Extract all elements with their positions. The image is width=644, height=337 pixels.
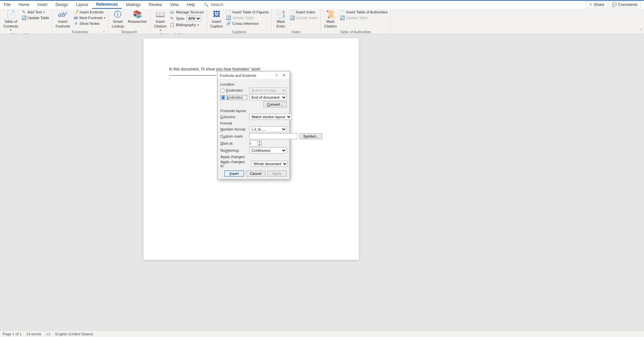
custom-mark-input[interactable]: [249, 133, 298, 139]
insert-caption-label: Insert Caption: [210, 19, 223, 28]
status-language[interactable]: English (United States): [55, 332, 93, 336]
comments-button[interactable]: 💬 Comments: [609, 1, 641, 8]
search-box[interactable]: 🔍 Search: [204, 2, 223, 7]
update-toc-button[interactable]: 🔄Update Table: [21, 15, 50, 20]
insert-toa-button[interactable]: 📄Insert Table of Authorities: [339, 9, 388, 15]
tab-layout[interactable]: Layout: [72, 1, 92, 9]
footnotes-launcher[interactable]: ⤢: [103, 30, 105, 33]
convert-button[interactable]: Convert...: [263, 101, 287, 107]
tab-file[interactable]: File: [0, 1, 14, 9]
columns-label: Columns:: [220, 115, 247, 119]
columns-select[interactable]: Match section layout: [249, 114, 292, 120]
spin-down[interactable]: ▼: [258, 143, 261, 146]
citation-style-select[interactable]: APA: [186, 15, 201, 21]
share-button[interactable]: ⇪ Share: [586, 1, 607, 8]
text-segment: In this document, I'll show you how foot…: [169, 67, 249, 71]
tab-help[interactable]: Help: [183, 1, 199, 9]
show-notes-icon: ≡: [73, 21, 78, 26]
group-label-footnotes: Footnotes⤢: [54, 29, 106, 35]
manage-sources-icon: 🗂: [170, 10, 174, 14]
insert-button[interactable]: Insert: [224, 171, 244, 177]
status-page[interactable]: Page 1 of 1: [3, 332, 21, 336]
insert-caption-button[interactable]: 🖼 Insert Caption: [209, 9, 224, 29]
insert-tof-label: Insert Table of Figures: [232, 10, 269, 14]
researcher-label: Researcher: [128, 19, 147, 24]
collapse-ribbon-button[interactable]: ˄: [640, 29, 642, 33]
footnotes-radio[interactable]: Footnotes:: [220, 88, 247, 93]
endnotes-radio[interactable]: Endnotes:: [220, 95, 247, 100]
citation-style-row: ✎ Style: APA: [169, 15, 204, 22]
insert-endnote-button[interactable]: 📝Insert Endnote: [73, 9, 106, 15]
tab-insert[interactable]: Insert: [33, 1, 51, 9]
apply-changes-to-select[interactable]: Whole document: [251, 161, 288, 167]
endnotes-radio-input[interactable]: [221, 95, 225, 100]
next-footnote-label: Next Footnote: [79, 16, 103, 20]
update-icon: 🔄: [340, 15, 345, 20]
mark-entry-button[interactable]: 📑 Mark Entry: [274, 9, 288, 29]
mark-entry-label: Mark Entry: [276, 19, 285, 28]
start-at-input[interactable]: [249, 140, 258, 146]
show-notes-button[interactable]: ≡Show Notes: [73, 21, 106, 26]
insert-endnote-label: Insert Endnote: [79, 10, 104, 14]
dialog-help-button[interactable]: ?: [273, 74, 280, 78]
update-icon: 🔄: [290, 15, 294, 20]
status-words[interactable]: 14 words: [26, 332, 41, 336]
footnotes-location-select: Bottom of page: [249, 87, 287, 93]
smart-lookup-button[interactable]: ⓘ Smart Lookup: [110, 9, 125, 29]
manage-sources-button[interactable]: 🗂Manage Sources: [169, 9, 204, 15]
footnote-mark[interactable]: i: [169, 77, 170, 80]
numbering-select[interactable]: Continuous: [249, 147, 287, 153]
insert-table-of-figures-button[interactable]: 📄Insert Table of Figures: [226, 9, 270, 15]
apply-button[interactable]: Apply: [267, 171, 287, 177]
body-text[interactable]: In this document, I'll show you how foot…: [169, 66, 262, 71]
group-captions: 🖼 Insert Caption 📄Insert Table of Figure…: [207, 9, 272, 34]
insert-index-button[interactable]: 📄Insert Index: [289, 9, 318, 15]
footnotes-radio-input[interactable]: [220, 88, 225, 93]
insert-toa-label: Insert Table of Authorities: [346, 10, 387, 14]
section-footnote-layout: Footnote layout: [220, 109, 287, 113]
add-text-button[interactable]: ✎Add Text ▾: [21, 9, 50, 15]
dialog-close-button[interactable]: ✕: [280, 73, 287, 78]
tab-view[interactable]: View: [166, 1, 183, 9]
tab-mailings[interactable]: Mailings: [122, 1, 145, 9]
cancel-button[interactable]: Cancel: [246, 171, 265, 177]
next-footnote-button[interactable]: abNext Footnote ▾: [73, 15, 106, 20]
bibliography-button[interactable]: 📋Bibliography ▾: [169, 22, 204, 28]
spin-up[interactable]: ▲: [258, 141, 261, 143]
number-format-select[interactable]: i, ii, iii, ...: [249, 126, 287, 132]
dropdown-icon: ▾: [198, 23, 199, 27]
start-at-spinner[interactable]: ▲▼: [249, 140, 262, 146]
insert-footnote-button[interactable]: ab1 Insert Footnote: [54, 9, 71, 29]
caption-icon: 🖼: [213, 10, 220, 19]
group-citations: 📖 Insert Citation ▾ 🗂Manage Sources ✎ St…: [151, 9, 207, 34]
insert-citation-button[interactable]: 📖 Insert Citation ▾: [153, 9, 168, 32]
footnote-separator: [169, 75, 216, 76]
update-captions-table-button[interactable]: 🔄Update Table: [226, 15, 270, 20]
status-bar: Page 1 of 1 14 words 📖 English (United S…: [0, 330, 644, 337]
table-of-contents-button[interactable]: 📄 Table of Contents ▾: [2, 9, 19, 32]
update-index-button[interactable]: 🔄Update Index: [289, 15, 318, 20]
endnotes-radio-label: Endnotes:: [227, 95, 244, 99]
endnotes-location-select[interactable]: End of document: [249, 94, 287, 100]
endnote-icon: 📝: [73, 10, 78, 14]
update-icon: 🔄: [21, 15, 26, 20]
symbol-button[interactable]: Symbol...: [300, 133, 322, 139]
dialog-titlebar[interactable]: Footnote and Endnote ? ✕: [218, 71, 289, 80]
dropdown-icon: ▾: [104, 16, 105, 19]
cross-reference-button[interactable]: 🔗Cross-reference: [226, 21, 270, 26]
insert-index-label: Insert Index: [296, 10, 315, 14]
text-segment: work: [250, 67, 260, 71]
researcher-icon: 📚: [133, 10, 142, 19]
tab-design[interactable]: Design: [51, 1, 72, 9]
update-toa-button[interactable]: 🔄Update Table: [339, 15, 388, 20]
researcher-button[interactable]: 📚 Researcher: [126, 9, 148, 25]
mark-citation-button[interactable]: 📜 Mark Citation: [323, 9, 338, 29]
section-location: Location: [220, 82, 287, 86]
group-footnotes: ab1 Insert Footnote 📝Insert Endnote abNe…: [52, 9, 109, 34]
tab-home[interactable]: Home: [14, 1, 33, 9]
update-icon: 🔄: [226, 15, 231, 20]
spell-check-icon[interactable]: 📖: [46, 332, 51, 336]
bibliography-icon: 📋: [170, 22, 174, 27]
tab-references[interactable]: References: [92, 1, 122, 9]
tab-review[interactable]: Review: [145, 1, 166, 9]
